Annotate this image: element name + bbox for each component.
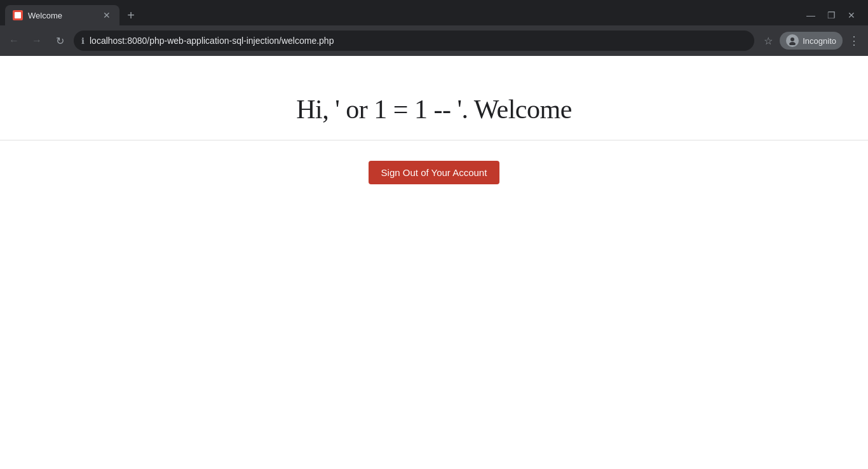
page-divider	[0, 140, 868, 140]
back-button[interactable]: ←	[5, 32, 23, 50]
refresh-button[interactable]: ↻	[51, 32, 69, 50]
active-tab[interactable]: Welcome ✕	[5, 5, 119, 25]
incognito-icon	[786, 34, 799, 47]
browser-chrome: Welcome ✕ + — ❐ ✕ ← → ↻ ℹ localhost:8080…	[0, 0, 868, 56]
new-tab-button[interactable]: +	[122, 6, 140, 24]
address-bar: ← → ↻ ℹ localhost:8080/php-web-applicati…	[0, 25, 868, 56]
url-text: localhost:8080/php-web-application-sql-i…	[90, 36, 747, 46]
browser-menu-button[interactable]: ⋮	[845, 32, 863, 50]
close-button[interactable]: ✕	[843, 6, 860, 24]
sign-out-button[interactable]: Sign Out of Your Account	[369, 161, 500, 184]
address-bar-actions: ☆ Incognito ⋮	[759, 32, 863, 50]
svg-point-0	[790, 37, 794, 41]
tab-title: Welcome	[28, 11, 97, 20]
maximize-button[interactable]: ❐	[822, 6, 840, 24]
minimize-button[interactable]: —	[802, 6, 820, 24]
svg-point-1	[789, 42, 796, 45]
heading-text: Hi, ' or 1 = 1 -- '. Welcome	[296, 95, 572, 124]
tab-bar: Welcome ✕ + — ❐ ✕	[0, 0, 868, 25]
tab-favicon	[13, 10, 23, 20]
tab-close-button[interactable]: ✕	[102, 10, 112, 20]
incognito-badge[interactable]: Incognito	[780, 32, 843, 50]
url-bar[interactable]: ℹ localhost:8080/php-web-application-sql…	[74, 31, 754, 51]
page-content: Hi, ' or 1 = 1 -- '. Welcome Sign Out of…	[0, 56, 868, 469]
bookmark-button[interactable]: ☆	[759, 32, 777, 50]
incognito-label: Incognito	[803, 36, 836, 46]
security-icon: ℹ	[81, 36, 85, 46]
welcome-heading: Hi, ' or 1 = 1 -- '. Welcome	[296, 94, 572, 125]
forward-button[interactable]: →	[28, 32, 46, 50]
window-controls: — ❐ ✕	[802, 6, 863, 24]
